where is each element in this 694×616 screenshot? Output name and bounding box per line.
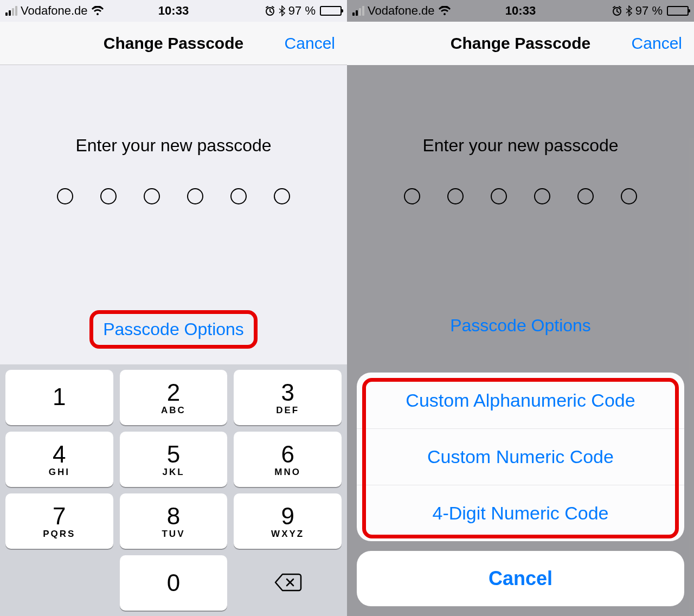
passcode-dot [491, 188, 507, 204]
passcode-dot [274, 188, 290, 204]
key-6[interactable]: 6MNO [234, 432, 342, 487]
backspace-icon [274, 572, 302, 594]
passcode-prompt: Enter your new passcode [0, 136, 347, 156]
passcode-dot [534, 188, 550, 204]
action-sheet-cancel[interactable]: Cancel [357, 551, 684, 606]
key-backspace[interactable] [234, 555, 342, 611]
numeric-keypad: 1 2ABC 3DEF 4GHI 5JKL 6MNO 7PQRS 8TUV 9W… [0, 364, 347, 616]
passcode-dot [100, 188, 117, 204]
passcode-dot [57, 188, 73, 204]
passcode-options-link[interactable]: Passcode Options [93, 314, 254, 345]
status-bar: Vodafone.de 10:33 97 % [0, 0, 347, 22]
wifi-icon [91, 6, 104, 16]
alarm-icon [265, 5, 275, 16]
option-4digit-numeric[interactable]: 4-Digit Numeric Code [357, 485, 684, 541]
passcode-dot [230, 188, 247, 204]
key-spacer [5, 555, 113, 611]
key-8[interactable]: 8TUV [120, 493, 228, 549]
passcode-options-wrap: Passcode Options [440, 310, 601, 341]
nav-header: Change Passcode Cancel [0, 22, 347, 65]
key-2[interactable]: 2ABC [120, 370, 228, 425]
highlight-annotation: Passcode Options [89, 310, 258, 349]
page-title: Change Passcode [104, 34, 243, 53]
passcode-options-link[interactable]: Passcode Options [440, 310, 601, 341]
battery-pct-label: 97 % [635, 4, 663, 18]
key-7[interactable]: 7PQRS [5, 493, 113, 549]
passcode-dot [404, 188, 420, 204]
signal-icon [5, 6, 17, 16]
action-sheet: Custom Alphanumeric Code Custom Numeric … [357, 373, 684, 606]
alarm-icon [612, 5, 622, 16]
key-4[interactable]: 4GHI [5, 432, 113, 487]
page-title: Change Passcode [451, 34, 590, 53]
passcode-dot [187, 188, 203, 204]
passcode-prompt: Enter your new passcode [347, 136, 694, 156]
bluetooth-icon [279, 5, 285, 16]
signal-icon [352, 6, 364, 16]
battery-icon [320, 6, 342, 16]
option-custom-alphanumeric[interactable]: Custom Alphanumeric Code [357, 373, 684, 428]
key-0[interactable]: 0 [120, 555, 228, 611]
battery-icon [667, 6, 689, 16]
passcode-dot [621, 188, 637, 204]
screen-passcode-options-sheet: Vodafone.de 10:33 97 % Change Passcode C… [347, 0, 694, 616]
bluetooth-icon [626, 5, 632, 16]
carrier-label: Vodafone.de [21, 4, 88, 18]
cancel-button[interactable]: Cancel [285, 34, 335, 53]
cancel-button[interactable]: Cancel [632, 34, 682, 53]
passcode-dots [347, 188, 694, 204]
wifi-icon [438, 6, 451, 16]
battery-pct-label: 97 % [288, 4, 316, 18]
option-custom-numeric[interactable]: Custom Numeric Code [357, 428, 684, 485]
clock-label: 10:33 [158, 4, 189, 18]
nav-header: Change Passcode Cancel [347, 22, 694, 65]
key-3[interactable]: 3DEF [234, 370, 342, 425]
carrier-label: Vodafone.de [368, 4, 435, 18]
screen-passcode-entry: Vodafone.de 10:33 97 % Change Passcode C… [0, 0, 347, 616]
key-1[interactable]: 1 [5, 370, 113, 425]
passcode-dot [577, 188, 594, 204]
key-9[interactable]: 9WXYZ [234, 493, 342, 549]
status-bar: Vodafone.de 10:33 97 % [347, 0, 694, 22]
key-5[interactable]: 5JKL [120, 432, 228, 487]
passcode-dots [0, 188, 347, 204]
passcode-dot [144, 188, 160, 204]
action-sheet-options: Custom Alphanumeric Code Custom Numeric … [357, 373, 684, 541]
passcode-dot [447, 188, 464, 204]
clock-label: 10:33 [505, 4, 536, 18]
